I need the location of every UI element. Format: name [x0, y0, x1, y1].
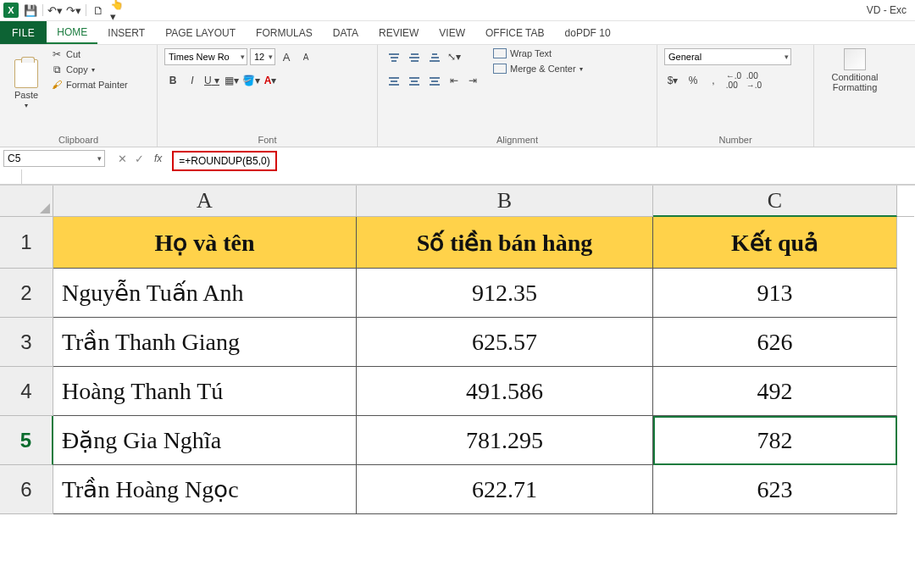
cut-button[interactable]: ✂ Cut: [51, 48, 128, 60]
quick-access-toolbar: X 💾 ↶▾ ↷▾ 🗋 👆▾: [3, 3, 124, 18]
cell-C4[interactable]: 492: [653, 367, 897, 416]
cell-C5[interactable]: 782: [653, 416, 897, 465]
tab-file[interactable]: FILE: [0, 21, 47, 44]
undo-icon[interactable]: ↶▾: [48, 3, 62, 17]
cell-A5[interactable]: Đặng Gia Nghĩa: [53, 416, 357, 465]
font-color-button[interactable]: A▾: [262, 72, 279, 89]
group-label-alignment: Alignment: [385, 133, 650, 145]
row-header-2[interactable]: 2: [0, 269, 53, 318]
select-all-corner[interactable]: [0, 186, 53, 217]
comma-button[interactable]: ,: [705, 72, 722, 89]
tab-page-layout[interactable]: PAGE LAYOUT: [155, 21, 246, 44]
align-middle-button[interactable]: [405, 48, 424, 67]
increase-indent-button[interactable]: ⇥: [464, 72, 481, 89]
wrap-text-label: Wrap Text: [510, 48, 552, 58]
column-header-A[interactable]: A: [53, 186, 357, 217]
merge-center-button[interactable]: Merge & Center ▾: [493, 64, 583, 74]
cell-B6[interactable]: 622.71: [357, 465, 653, 514]
conditional-formatting-icon: [844, 48, 866, 70]
row-header-3[interactable]: 3: [0, 318, 53, 367]
column-header-blank[interactable]: [897, 186, 914, 217]
decrease-font-button[interactable]: A: [297, 48, 314, 65]
cell-C2[interactable]: 913: [653, 269, 897, 318]
underline-button[interactable]: U ▾: [203, 72, 220, 89]
align-top-button[interactable]: [385, 48, 403, 67]
cell-B4[interactable]: 491.586: [357, 367, 653, 416]
cell-C3[interactable]: 626: [653, 318, 897, 367]
ribbon-tabs: FILE HOME INSERT PAGE LAYOUT FORMULAS DA…: [0, 20, 915, 44]
tab-home[interactable]: HOME: [47, 21, 97, 44]
column-header-B[interactable]: B: [357, 186, 653, 217]
print-preview-icon[interactable]: 🗋: [92, 3, 105, 17]
decrease-decimal-button[interactable]: .00→.0: [746, 72, 762, 89]
enter-formula-button[interactable]: ✓: [130, 153, 147, 165]
brush-icon: 🖌: [51, 79, 63, 91]
formula-text: =+ROUNDUP(B5,0): [172, 151, 276, 171]
underline-glyph: U: [204, 75, 212, 86]
save-icon[interactable]: 💾: [24, 3, 37, 17]
align-bottom-button[interactable]: [425, 48, 444, 67]
sheet-tab-placeholder[interactable]: [0, 169, 22, 184]
percent-button[interactable]: %: [685, 72, 702, 89]
font-size-value: 12: [254, 52, 264, 62]
tab-insert[interactable]: INSERT: [97, 21, 155, 44]
wrap-text-button[interactable]: Wrap Text: [493, 48, 583, 58]
row-header-1[interactable]: 1: [0, 217, 53, 269]
tab-office-tab[interactable]: OFFICE TAB: [475, 21, 555, 44]
format-painter-label: Format Painter: [66, 80, 128, 90]
merge-icon: [493, 64, 507, 74]
orientation-button[interactable]: ⤡▾: [446, 48, 463, 65]
increase-font-button[interactable]: A: [278, 48, 295, 65]
cell-A3[interactable]: Trần Thanh Giang: [53, 318, 357, 367]
fill-color-button[interactable]: 🪣▾: [242, 72, 259, 89]
tab-review[interactable]: REVIEW: [369, 21, 429, 44]
cell-C1[interactable]: Kết quả: [653, 217, 897, 269]
increase-decimal-button[interactable]: ←.0.00: [725, 72, 742, 89]
tab-data[interactable]: DATA: [323, 21, 369, 44]
cell-A1[interactable]: Họ và tên: [53, 217, 357, 269]
font-size-combo[interactable]: 12: [250, 48, 275, 65]
bold-button[interactable]: B: [164, 72, 181, 89]
cell-A4[interactable]: Hoàng Thanh Tú: [53, 367, 357, 416]
cell-A2[interactable]: Nguyễn Tuấn Anh: [53, 269, 357, 318]
copy-button[interactable]: ⧉ Copy ▾: [51, 64, 128, 75]
merge-center-label: Merge & Center: [510, 64, 576, 74]
name-box[interactable]: C5: [3, 150, 105, 167]
tab-dopdf[interactable]: doPDF 10: [555, 21, 621, 44]
align-left-button[interactable]: [385, 72, 403, 91]
formula-input[interactable]: =+ROUNDUP(B5,0): [169, 149, 915, 168]
row-header-4[interactable]: 4: [0, 367, 53, 416]
redo-icon[interactable]: ↷▾: [67, 3, 80, 17]
border-button[interactable]: ▦▾: [223, 72, 240, 89]
cell-A6[interactable]: Trần Hoàng Ngọc: [53, 465, 357, 514]
touch-mode-icon[interactable]: 👆▾: [110, 3, 124, 17]
cell-B1[interactable]: Số tiền bán hàng: [357, 217, 653, 269]
align-right-button[interactable]: [425, 72, 444, 91]
cancel-formula-button[interactable]: ✕: [114, 153, 130, 165]
column-header-C[interactable]: C: [653, 186, 897, 217]
number-format-combo[interactable]: General: [664, 48, 791, 65]
cell-B3[interactable]: 625.57: [357, 318, 653, 367]
fx-icon[interactable]: fx: [154, 153, 162, 164]
row-header-6[interactable]: 6: [0, 465, 53, 514]
cell-B5[interactable]: 781.295: [357, 416, 653, 465]
font-name-combo[interactable]: Times New Ro: [164, 48, 247, 65]
sheet-tab-strip: [0, 169, 915, 185]
cell-C6[interactable]: 623: [653, 465, 897, 514]
currency-button[interactable]: $▾: [664, 72, 681, 89]
decrease-indent-button[interactable]: ⇤: [446, 72, 463, 89]
dropdown-icon: ▾: [580, 65, 583, 73]
qat-separator: [86, 4, 86, 16]
cell-B2[interactable]: 912.35: [357, 269, 653, 318]
italic-button[interactable]: I: [184, 72, 201, 89]
tab-formulas[interactable]: FORMULAS: [246, 21, 323, 44]
align-center-button[interactable]: [405, 72, 424, 91]
format-painter-button[interactable]: 🖌 Format Painter: [51, 79, 128, 91]
tab-view[interactable]: VIEW: [429, 21, 475, 44]
paste-button[interactable]: Paste ▾: [7, 48, 46, 119]
conditional-formatting-button[interactable]: Conditional Formatting: [821, 48, 889, 92]
group-label-styles: [821, 143, 892, 145]
group-label-font: Font: [164, 133, 370, 145]
row-header-5[interactable]: 5: [0, 416, 53, 465]
scissors-icon: ✂: [51, 48, 63, 60]
